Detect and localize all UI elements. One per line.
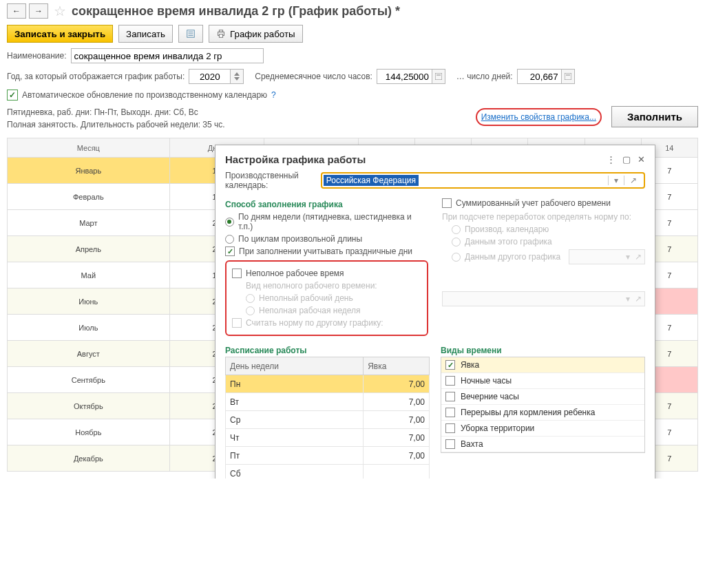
save-close-button[interactable]: Записать и закрыть: [7, 25, 113, 43]
svg-rect-11: [565, 73, 571, 80]
type-label: Вахта: [461, 439, 483, 449]
more-icon[interactable]: ⋮: [607, 154, 615, 165]
spinner-icon: [234, 72, 240, 81]
schedule-table[interactable]: День недели Явка Пн7,00Вт7,00Ср7,00Чт7,0…: [225, 357, 430, 479]
print-icon: [216, 29, 226, 39]
radio-norm-cal-label: Производ. календарю: [465, 224, 549, 234]
auto-update-checkbox[interactable]: ✓: [7, 90, 18, 101]
col-day: День недели: [226, 357, 364, 375]
radio-by-cycles-label: По циклам произвольной длины: [238, 234, 362, 244]
open-icon[interactable]: ↗: [624, 176, 642, 185]
help-link[interactable]: ?: [271, 90, 276, 100]
radio-by-days[interactable]: [225, 218, 234, 227]
calendar-field-label: Производственный календарь:: [225, 171, 317, 190]
type-label: Явка: [461, 360, 479, 370]
types-list: ЯвкаНочные часыВечерние часыПерерывы для…: [441, 357, 645, 453]
close-icon[interactable]: ✕: [638, 154, 645, 165]
minimize-icon[interactable]: ▢: [622, 154, 631, 165]
radio-part-day: [246, 294, 255, 303]
radio-by-days-label: По дням недели (пятидневка, шестидневка …: [238, 212, 428, 231]
col-col_month: Месяц: [8, 138, 170, 158]
checkbox-parttime[interactable]: [232, 269, 242, 278]
radio-norm-other: [452, 253, 461, 262]
sched-row[interactable]: Пн7,00: [226, 375, 430, 393]
type-row[interactable]: Вечерние часы: [441, 389, 644, 405]
type-checkbox[interactable]: [445, 423, 455, 433]
schedule-button-label: График работы: [230, 29, 295, 39]
info-line2: Полная занятость. Длительность рабочей н…: [7, 118, 225, 131]
svg-marker-8: [234, 77, 240, 81]
fill-button[interactable]: Заполнить: [611, 106, 698, 127]
favorite-icon[interactable]: ☆: [54, 3, 66, 19]
avg-days-input[interactable]: [517, 69, 561, 84]
checkbox-summary[interactable]: [442, 198, 452, 208]
change-props-link[interactable]: Изменить свойства графика...: [481, 112, 596, 122]
dropdown-icon[interactable]: ▾: [608, 176, 624, 185]
dialog-title: Настройка графика работы: [225, 154, 366, 165]
list-icon: [186, 29, 196, 39]
list-button[interactable]: [178, 25, 203, 43]
sched-row[interactable]: Сб: [226, 465, 430, 479]
nav-forward[interactable]: →: [29, 3, 48, 19]
avg-hours-calc[interactable]: [432, 69, 445, 84]
type-row[interactable]: Ночные часы: [441, 373, 644, 389]
nav-back[interactable]: ←: [7, 3, 26, 19]
sched-row[interactable]: Ср7,00: [226, 411, 430, 429]
type-row[interactable]: Явка: [441, 357, 644, 373]
calculator-icon: [565, 73, 571, 80]
radio-norm-this: [452, 238, 461, 246]
parttime-other-input: ▾ ↗: [442, 291, 645, 306]
radio-part-week-label: Неполная рабочая неделя: [259, 306, 361, 315]
name-input[interactable]: [71, 48, 264, 63]
avg-hours-input[interactable]: [377, 69, 432, 84]
type-row[interactable]: Уборка территории: [441, 421, 644, 437]
checkbox-norm-other: [232, 318, 242, 328]
parttime-box: Неполное рабочее время Вид неполного раб…: [225, 260, 428, 336]
type-checkbox[interactable]: [445, 392, 455, 401]
calendar-value[interactable]: Российская Федерация: [324, 175, 419, 186]
radio-by-cycles[interactable]: [225, 235, 234, 244]
radio-norm-cal: [452, 225, 461, 234]
type-checkbox[interactable]: [445, 408, 455, 417]
info-line1: Пятидневка, раб. дни: Пн-Пт, Выходн. дни…: [7, 106, 225, 118]
col-attendance: Явка: [364, 357, 430, 375]
name-label: Наименование:: [7, 51, 67, 61]
type-label: Вечерние часы: [461, 392, 519, 401]
type-checkbox[interactable]: [445, 439, 455, 449]
page-title: сокращенное время инвалида 2 гр (График …: [72, 4, 400, 19]
radio-norm-other-label: Данным другого графика: [465, 252, 560, 262]
type-checkbox[interactable]: [445, 360, 455, 370]
year-input[interactable]: [189, 69, 230, 84]
avg-days-calc[interactable]: [561, 69, 575, 84]
checkbox-parttime-label: Неполное рабочее время: [246, 269, 344, 278]
avg-hours-label: Среднемесячное число часов:: [255, 72, 372, 81]
radio-part-week: [246, 306, 255, 315]
schedule-button[interactable]: График работы: [209, 25, 303, 43]
avg-days-label: … число дней:: [456, 72, 513, 81]
radio-norm-this-label: Данным этого графика: [465, 237, 552, 246]
sched-row[interactable]: Вт7,00: [226, 393, 430, 411]
year-spinner[interactable]: [230, 69, 244, 84]
checkbox-holidays[interactable]: [225, 246, 235, 256]
parttime-kind-label: Вид неполного рабочего времени:: [246, 281, 421, 291]
type-row[interactable]: Вахта: [441, 437, 644, 452]
calculator-icon: [435, 73, 442, 80]
svg-rect-6: [219, 34, 222, 37]
svg-marker-7: [234, 72, 240, 76]
type-label: Перерывы для кормления ребенка: [461, 408, 595, 417]
norm-label: При подсчете переработок определять норм…: [442, 212, 645, 222]
svg-rect-9: [435, 73, 442, 80]
checkbox-norm-other-label: Считать норму по другому графику:: [246, 318, 383, 328]
fill-method-title: Способ заполнения графика: [225, 200, 428, 209]
radio-part-day-label: Неполный рабочий день: [259, 293, 353, 303]
type-checkbox[interactable]: [445, 376, 455, 386]
type-row[interactable]: Перерывы для кормления ребенка: [441, 405, 644, 421]
auto-update-label: Автоматическое обновление по производств…: [22, 90, 267, 100]
settings-dialog: Настройка графика работы ⋮ ▢ ✕ Производс…: [215, 145, 655, 479]
save-button[interactable]: Записать: [118, 25, 173, 43]
schedule-title: Расписание работы: [225, 346, 430, 355]
svg-rect-5: [219, 30, 222, 32]
sched-row[interactable]: Пт7,00: [226, 447, 430, 465]
sched-row[interactable]: Чт7,00: [226, 429, 430, 447]
year-label: Год, за который отображается график рабо…: [7, 72, 185, 81]
